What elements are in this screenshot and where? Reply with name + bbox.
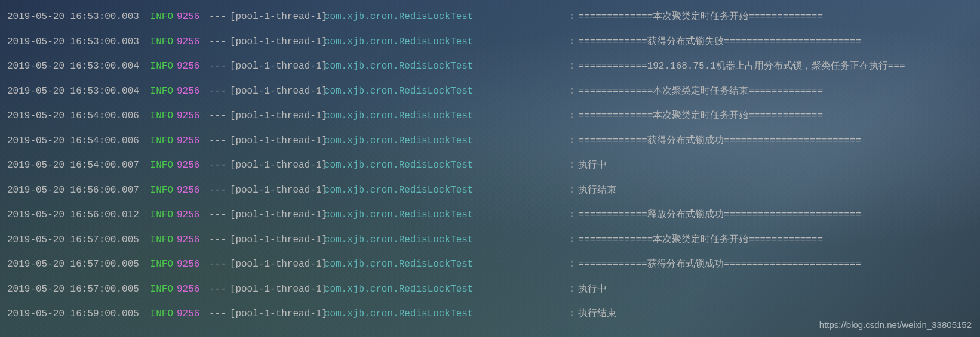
log-logger: com.xjb.cron.RedisLockTest bbox=[324, 277, 569, 302]
log-message: =============本次聚类定时任务开始============= bbox=[578, 104, 823, 129]
log-separator: --- bbox=[209, 302, 226, 327]
log-message: =============本次聚类定时任务开始============= bbox=[578, 5, 823, 30]
log-pid: 9256 bbox=[177, 302, 205, 327]
log-line: 2019-05-20 16:56:00.007INFO9256---[pool-… bbox=[7, 178, 973, 203]
log-separator: --- bbox=[209, 104, 226, 129]
log-output-panel: 2019-05-20 16:53:00.003INFO9256---[pool-… bbox=[0, 0, 980, 332]
log-message: ============获得分布式锁成功====================… bbox=[578, 129, 861, 154]
log-line: 2019-05-20 16:54:00.006INFO9256---[pool-… bbox=[7, 129, 973, 154]
log-line: 2019-05-20 16:57:00.005INFO9256---[pool-… bbox=[7, 228, 973, 253]
log-colon: : bbox=[569, 252, 575, 277]
log-level: INFO bbox=[146, 277, 173, 302]
log-logger: com.xjb.cron.RedisLockTest bbox=[324, 178, 569, 203]
log-line: 2019-05-20 16:53:00.004INFO9256---[pool-… bbox=[7, 54, 973, 79]
log-colon: : bbox=[569, 153, 575, 178]
log-logger: com.xjb.cron.RedisLockTest bbox=[324, 228, 569, 253]
log-logger: com.xjb.cron.RedisLockTest bbox=[324, 79, 569, 104]
log-separator: --- bbox=[209, 30, 226, 55]
watermark-text: https://blog.csdn.net/weixin_33805152 bbox=[819, 320, 972, 330]
log-separator: --- bbox=[209, 252, 226, 277]
log-colon: : bbox=[569, 104, 575, 129]
log-separator: --- bbox=[209, 153, 226, 178]
log-level: INFO bbox=[146, 203, 173, 228]
log-pid: 9256 bbox=[177, 79, 205, 104]
log-message: 执行结束 bbox=[578, 178, 616, 203]
log-separator: --- bbox=[209, 203, 226, 228]
log-level: INFO bbox=[146, 153, 173, 178]
log-timestamp: 2019-05-20 16:56:00.012 bbox=[7, 203, 146, 228]
log-timestamp: 2019-05-20 16:54:00.007 bbox=[7, 153, 146, 178]
log-level: INFO bbox=[146, 54, 173, 79]
log-pid: 9256 bbox=[177, 252, 205, 277]
log-level: INFO bbox=[146, 252, 173, 277]
log-pid: 9256 bbox=[177, 277, 205, 302]
log-thread: [pool-1-thread-1] bbox=[230, 5, 324, 30]
log-colon: : bbox=[569, 203, 575, 228]
log-timestamp: 2019-05-20 16:59:00.005 bbox=[7, 302, 146, 327]
log-thread: [pool-1-thread-1] bbox=[230, 203, 324, 228]
log-level: INFO bbox=[146, 178, 173, 203]
log-timestamp: 2019-05-20 16:57:00.005 bbox=[7, 277, 146, 302]
log-colon: : bbox=[569, 302, 575, 327]
log-logger: com.xjb.cron.RedisLockTest bbox=[324, 104, 569, 129]
log-thread: [pool-1-thread-1] bbox=[230, 79, 324, 104]
log-message: 执行结束 bbox=[578, 302, 616, 327]
log-line: 2019-05-20 16:56:00.012INFO9256---[pool-… bbox=[7, 203, 973, 228]
log-message: =============本次聚类定时任务结束============= bbox=[578, 79, 823, 104]
log-message: ============获得分布式锁成功====================… bbox=[578, 252, 861, 277]
log-thread: [pool-1-thread-1] bbox=[230, 228, 324, 253]
log-pid: 9256 bbox=[177, 203, 205, 228]
log-separator: --- bbox=[209, 5, 226, 30]
log-level: INFO bbox=[146, 228, 173, 253]
log-message: ============获得分布式锁失败====================… bbox=[578, 30, 861, 55]
log-pid: 9256 bbox=[177, 104, 205, 129]
log-separator: --- bbox=[209, 79, 226, 104]
log-message: ============释放分布式锁成功====================… bbox=[578, 203, 861, 228]
log-pid: 9256 bbox=[177, 54, 205, 79]
log-colon: : bbox=[569, 178, 575, 203]
log-separator: --- bbox=[209, 54, 226, 79]
log-level: INFO bbox=[146, 79, 173, 104]
log-line: 2019-05-20 16:57:00.005INFO9256---[pool-… bbox=[7, 252, 973, 277]
log-logger: com.xjb.cron.RedisLockTest bbox=[324, 302, 569, 327]
log-timestamp: 2019-05-20 16:54:00.006 bbox=[7, 129, 146, 154]
log-separator: --- bbox=[209, 277, 226, 302]
log-message: ============192.168.75.1机器上占用分布式锁，聚类任务正在… bbox=[578, 54, 905, 79]
log-colon: : bbox=[569, 79, 575, 104]
log-line: 2019-05-20 16:54:00.007INFO9256---[pool-… bbox=[7, 153, 973, 178]
log-thread: [pool-1-thread-1] bbox=[230, 277, 324, 302]
log-pid: 9256 bbox=[177, 30, 205, 55]
log-level: INFO bbox=[146, 129, 173, 154]
log-thread: [pool-1-thread-1] bbox=[230, 129, 324, 154]
log-logger: com.xjb.cron.RedisLockTest bbox=[324, 153, 569, 178]
log-line: 2019-05-20 16:53:00.003INFO9256---[pool-… bbox=[7, 30, 973, 55]
log-logger: com.xjb.cron.RedisLockTest bbox=[324, 5, 569, 30]
log-thread: [pool-1-thread-1] bbox=[230, 252, 324, 277]
log-message: =============本次聚类定时任务开始============= bbox=[578, 228, 823, 253]
log-pid: 9256 bbox=[177, 228, 205, 253]
log-line: 2019-05-20 16:57:00.005INFO9256---[pool-… bbox=[7, 277, 973, 302]
log-separator: --- bbox=[209, 178, 226, 203]
log-thread: [pool-1-thread-1] bbox=[230, 104, 324, 129]
log-thread: [pool-1-thread-1] bbox=[230, 54, 324, 79]
log-thread: [pool-1-thread-1] bbox=[230, 153, 324, 178]
log-colon: : bbox=[569, 228, 575, 253]
log-colon: : bbox=[569, 129, 575, 154]
log-thread: [pool-1-thread-1] bbox=[230, 178, 324, 203]
log-thread: [pool-1-thread-1] bbox=[230, 30, 324, 55]
log-timestamp: 2019-05-20 16:54:00.006 bbox=[7, 104, 146, 129]
log-separator: --- bbox=[209, 129, 226, 154]
log-logger: com.xjb.cron.RedisLockTest bbox=[324, 30, 569, 55]
log-level: INFO bbox=[146, 5, 173, 30]
log-timestamp: 2019-05-20 16:53:00.003 bbox=[7, 30, 146, 55]
log-line: 2019-05-20 16:54:00.006INFO9256---[pool-… bbox=[7, 104, 973, 129]
log-level: INFO bbox=[146, 30, 173, 55]
log-line: 2019-05-20 16:53:00.003INFO9256---[pool-… bbox=[7, 5, 973, 30]
log-timestamp: 2019-05-20 16:57:00.005 bbox=[7, 252, 146, 277]
log-level: INFO bbox=[146, 104, 173, 129]
log-message: 执行中 bbox=[578, 153, 607, 178]
log-logger: com.xjb.cron.RedisLockTest bbox=[324, 203, 569, 228]
log-message: 执行中 bbox=[578, 277, 607, 302]
log-pid: 9256 bbox=[177, 153, 205, 178]
log-logger: com.xjb.cron.RedisLockTest bbox=[324, 54, 569, 79]
